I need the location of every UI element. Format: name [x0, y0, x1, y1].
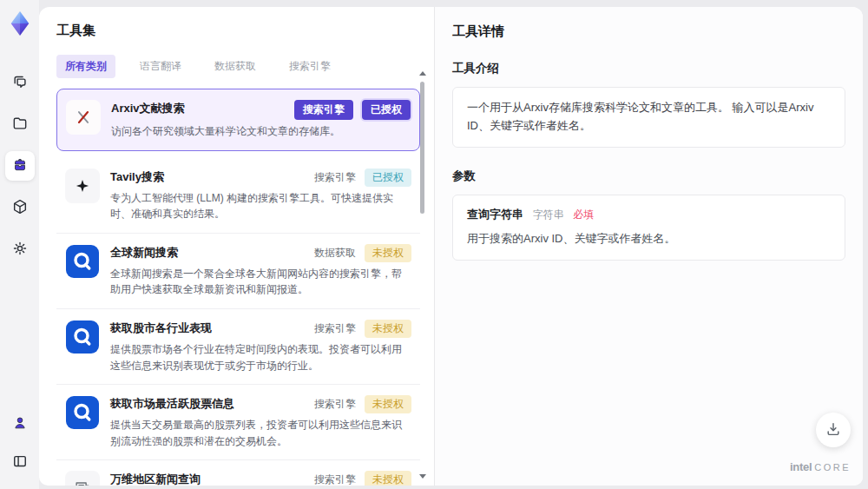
- tool-name: 全球新闻搜索: [110, 244, 314, 261]
- param-name: 查询字符串: [467, 208, 523, 221]
- auth-status-badge: 未授权: [365, 320, 411, 338]
- app-logo-icon[interactable]: [6, 9, 34, 38]
- tool-description: 提供当天交易量最高的股票列表，投资者可以利用这些信息来识别流动性强的股票和潜在的…: [110, 417, 411, 449]
- details-title: 工具详情: [452, 23, 845, 40]
- tool-card[interactable]: 获取市场最活跃股票信息 搜索引擎 未授权 提供当天交易量最高的股票列表，投资者可…: [56, 385, 420, 460]
- main-window: 工具集 所有类别 语言翻译 数据获取 搜索引擎 Arxiv文献搜索: [39, 7, 863, 486]
- category-label: 数据获取: [314, 246, 356, 261]
- newspaper-icon: [65, 471, 100, 486]
- tool-name: Arxiv文献搜索: [111, 100, 294, 116]
- tool-details-panel: 工具详情 工具介绍 一个用于从Arxiv存储库搜索科学论文和文章的工具。 输入可…: [434, 7, 863, 486]
- tool-description: 访问各个研究领域大量科学论文和文章的存储库。: [111, 123, 411, 140]
- folder-icon: [11, 115, 29, 135]
- tool-body: 全球新闻搜索 数据获取 未授权 全球新闻搜索是一个聚合全球各大新闻网站内容的搜索…: [110, 244, 411, 298]
- blue-search-app-icon: [65, 395, 100, 430]
- arxiv-logo-icon: [66, 100, 101, 135]
- intro-box: 一个用于从Arxiv存储库搜索科学论文和文章的工具。 输入可以是Arxiv ID…: [452, 87, 845, 148]
- category-label: 搜索引擎: [314, 321, 356, 336]
- left-rail: [0, 0, 39, 489]
- chat-icon: [11, 73, 29, 93]
- cube-icon: [11, 198, 29, 218]
- nav-chat-button[interactable]: [5, 68, 35, 97]
- tab-search-engine[interactable]: 搜索引擎: [280, 55, 339, 78]
- collapse-panel-icon: [11, 453, 29, 472]
- collapse-panel-button[interactable]: [5, 447, 35, 477]
- tool-description: 提供股票市场各个行业在特定时间段内的表现。投资者可以利用这些信息来识别表现优于或…: [110, 341, 411, 373]
- nav-settings-button[interactable]: [5, 235, 35, 264]
- auth-status-badge: 未授权: [365, 244, 411, 262]
- tool-name: 获取股市各行业表现: [110, 320, 314, 336]
- tool-card[interactable]: 获取股市各行业表现 搜索引擎 未授权 提供股票市场各个行业在特定时间段内的表现。…: [56, 309, 420, 385]
- category-label: 搜索引擎: [314, 397, 356, 412]
- tab-all-categories[interactable]: 所有类别: [56, 55, 115, 78]
- auth-status-badge: 已授权: [362, 100, 411, 120]
- brand-word-core: CORE: [814, 462, 851, 472]
- intro-heading: 工具介绍: [452, 61, 845, 76]
- rail-nav: [5, 68, 35, 264]
- tools-panel: 工具集 所有类别 语言翻译 数据获取 搜索引擎 Arxiv文献搜索: [39, 7, 434, 486]
- tool-card[interactable]: Arxiv文献搜索 搜索引擎 已授权 访问各个研究领域大量科学论文和文章的存储库…: [56, 89, 420, 151]
- nav-packages-button[interactable]: [5, 193, 35, 222]
- category-tabs: 所有类别 语言翻译 数据获取 搜索引擎: [56, 55, 434, 78]
- auth-status-badge: 未授权: [365, 471, 411, 486]
- tool-body: Tavily搜索 搜索引擎 已授权 专为人工智能代理 (LLM) 构建的搜索引擎…: [110, 169, 411, 222]
- tool-name: 获取市场最活跃股票信息: [110, 395, 314, 412]
- tool-description: 专为人工智能代理 (LLM) 构建的搜索引擎工具。可快速提供实时、准确和真实的结…: [110, 190, 411, 222]
- scrollbar: [418, 69, 427, 480]
- tool-card[interactable]: 万维地区新闻查询 搜索引擎 未授权 查询具体行政区划内的新闻，快速了解各地新闻动: [56, 460, 420, 486]
- tool-card[interactable]: Tavily搜索 搜索引擎 已授权 专为人工智能代理 (LLM) 构建的搜索引擎…: [56, 158, 420, 234]
- blue-search-app-icon: [65, 320, 100, 354]
- tool-body: Arxiv文献搜索 搜索引擎 已授权 访问各个研究领域大量科学论文和文章的存储库…: [111, 100, 411, 140]
- nav-folder-button[interactable]: [5, 109, 35, 139]
- param-type: 字符串: [533, 208, 564, 221]
- tool-body: 获取市场最活跃股票信息 搜索引擎 未授权 提供当天交易量最高的股票列表，投资者可…: [110, 395, 411, 449]
- scroll-down-arrow[interactable]: [419, 474, 426, 479]
- param-description: 用于搜索的Arxiv ID、关键字或作者姓名。: [467, 230, 831, 248]
- category-label: 搜索引擎: [314, 472, 356, 486]
- gear-icon: [11, 240, 29, 260]
- auth-status-badge: 未授权: [365, 395, 411, 413]
- tool-card[interactable]: 全球新闻搜索 数据获取 未授权 全球新闻搜索是一个聚合全球各大新闻网站内容的搜索…: [56, 234, 420, 309]
- tab-data-fetch[interactable]: 数据获取: [206, 55, 265, 78]
- param-required-badge: 必填: [573, 208, 594, 221]
- user-avatar-button[interactable]: [5, 409, 35, 439]
- brand-word-intel: intel: [790, 460, 812, 473]
- tool-body: 万维地区新闻查询 搜索引擎 未授权 查询具体行政区划内的新闻，快速了解各地新闻动: [110, 471, 411, 486]
- tab-language-translation[interactable]: 语言翻译: [131, 55, 190, 78]
- auth-status-badge: 已授权: [365, 169, 411, 187]
- download-icon: [825, 420, 842, 440]
- tools-panel-title: 工具集: [56, 23, 434, 39]
- tool-name: Tavily搜索: [110, 169, 314, 185]
- user-avatar-icon: [11, 414, 29, 434]
- nav-tools-button[interactable]: [5, 151, 35, 181]
- scrollbar-thumb[interactable]: [420, 82, 424, 214]
- param-box: 查询字符串 字符串 必填 用于搜索的Arxiv ID、关键字或作者姓名。: [452, 195, 845, 261]
- scroll-up-arrow[interactable]: [419, 71, 426, 76]
- tool-description: 全球新闻搜索是一个聚合全球各大新闻网站内容的搜索引擎，帮助用户快速获取全球最新资…: [110, 266, 411, 298]
- rail-bottom: [5, 409, 35, 489]
- category-label: 搜索引擎: [314, 170, 356, 185]
- sparkle-star-icon: [65, 169, 100, 203]
- tool-list: Arxiv文献搜索 搜索引擎 已授权 访问各个研究领域大量科学论文和文章的存储库…: [56, 89, 420, 486]
- params-heading: 参数: [452, 169, 845, 184]
- tool-name: 万维地区新闻查询: [110, 471, 314, 486]
- category-badge: 搜索引擎: [294, 100, 353, 120]
- blue-search-app-icon: [65, 244, 100, 279]
- tool-body: 获取股市各行业表现 搜索引擎 未授权 提供股票市场各个行业在特定时间段内的表现。…: [110, 320, 411, 373]
- intel-core-logo: intelCORE: [790, 459, 851, 474]
- briefcase-icon: [11, 156, 29, 176]
- download-button[interactable]: [816, 413, 851, 447]
